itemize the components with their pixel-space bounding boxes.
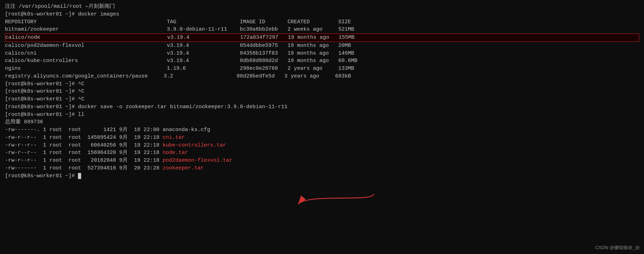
text-line14: [root@k8s-worker01 ~]# docker save -o zo… [5, 104, 287, 110]
text-line9: nginx 1.19.6 298ec0e28760 2 years ago 13… [5, 66, 354, 72]
text-line12: [root@k8s-worker01 ~]# ^C [5, 88, 84, 94]
terminal: 注注 /var/spool/mail/root —片刻新闻门 [root@k8s… [0, 0, 644, 182]
text-line23-prompt: [root@k8s-worker01 ~]# [5, 173, 78, 179]
text-line10: registry.aliyuncs.com/google_containers/… [5, 73, 351, 79]
line-22: -rw------- 1 root root 527394816 9月 20 2… [5, 165, 639, 172]
text-line21-file: pod2daemon-flexvol.tar [163, 157, 232, 163]
text-line2: [root@k8s-worker01 ~]# docker images [5, 11, 119, 17]
arrow-path [298, 194, 374, 204]
text-line8: calico/kube-controllers v3.19.4 0db60d88… [5, 58, 357, 64]
line-21: -rw-r--r-- 1 root root 20162048 9月 19 22… [5, 157, 639, 165]
line-9: nginx 1.19.6 298ec0e28760 2 years ago 13… [5, 65, 639, 73]
text-line20-file: node.tar [163, 150, 188, 156]
line-10: registry.aliyuncs.com/google_containers/… [5, 73, 639, 80]
text-line21-prefix: -rw-r--r-- 1 root root 20162048 9月 19 22… [5, 157, 163, 163]
line-19: -rw-r--r-- 1 root root 60640256 9月 19 22… [5, 142, 639, 149]
line-5-highlight: calico/node v3.19.4 172a034f7297 19 mont… [5, 33, 639, 42]
text-line11: [root@k8s-worker01 ~]# ^C [5, 81, 84, 87]
line-16: 总用量 889736 [5, 118, 639, 126]
csdn-watermark: CSDN @傻哒猫@_@ [595, 244, 640, 251]
text-line22-file: zookeeper.tar [163, 165, 204, 171]
line-23: [root@k8s-worker01 ~]# [5, 172, 639, 180]
line-17: -rw-------. 1 root root 1421 9月 18 22:00… [5, 126, 639, 134]
text-line19-prefix: -rw-r--r-- 1 root root 60640256 9月 19 22… [5, 142, 163, 148]
line-6: calico/pod2daemon-flexvol v3.19.4 054ddb… [5, 42, 639, 50]
line-7: calico/cni v3.19.4 84358b137f83 19 month… [5, 50, 639, 57]
text-line4: bitnami/zookeeper 3.9.0-debian-11-r11 bc… [5, 26, 354, 32]
text-line16: 总用量 889736 [5, 119, 43, 125]
line-2: [root@k8s-worker01 ~]# docker images [5, 11, 639, 18]
text-line7: calico/cni v3.19.4 84358b137f83 19 month… [5, 50, 354, 56]
line-3: REPOSITORY TAG IMAGE ID CREATED SIZE [5, 18, 639, 26]
text-line18-prefix: -rw-r--r-- 1 root root 145895424 9月 19 2… [5, 135, 163, 141]
text-line3: REPOSITORY TAG IMAGE ID CREATED SIZE [5, 19, 351, 25]
text-line5: calico/node v3.19.4 172a034f7297 19 mont… [5, 35, 354, 41]
text-line13: [root@k8s-worker01 ~]# ^C [5, 96, 84, 102]
text-line17: -rw-------. 1 root root 1421 9月 18 22:00… [5, 127, 210, 133]
line-18: -rw-r--r-- 1 root root 145895424 9月 19 2… [5, 134, 639, 142]
text-line6: calico/pod2daemon-flexvol v3.19.4 054ddb… [5, 43, 351, 49]
text-line22-prefix: -rw------- 1 root root 527394816 9月 20 2… [5, 165, 163, 171]
line-1: 注注 /var/spool/mail/root —片刻新闻门 [5, 3, 639, 11]
line-20: -rw-r--r-- 1 root root 156984320 9月 19 2… [5, 149, 639, 157]
text-line19-file: kube-controllers.tar [163, 142, 226, 148]
text-line1: 注注 /var/spool/mail/root —片刻新闻门 [5, 4, 115, 10]
line-4: bitnami/zookeeper 3.9.0-debian-11-r11 bc… [5, 26, 639, 33]
line-11: [root@k8s-worker01 ~]# ^C [5, 80, 639, 88]
line-13: [root@k8s-worker01 ~]# ^C [5, 95, 639, 103]
line-14: [root@k8s-worker01 ~]# docker save -o zo… [5, 103, 639, 111]
text-line15: [root@k8s-worker01 ~]# ll [5, 112, 84, 118]
text-line20-prefix: -rw-r--r-- 1 root root 156984320 9月 19 2… [5, 150, 163, 156]
line-8: calico/kube-controllers v3.19.4 0db60d88… [5, 57, 639, 65]
text-line18-file: cni.tar [163, 135, 185, 141]
line-12: [root@k8s-worker01 ~]# ^C [5, 88, 639, 95]
line-15: [root@k8s-worker01 ~]# ll [5, 111, 639, 119]
cursor [78, 173, 81, 179]
